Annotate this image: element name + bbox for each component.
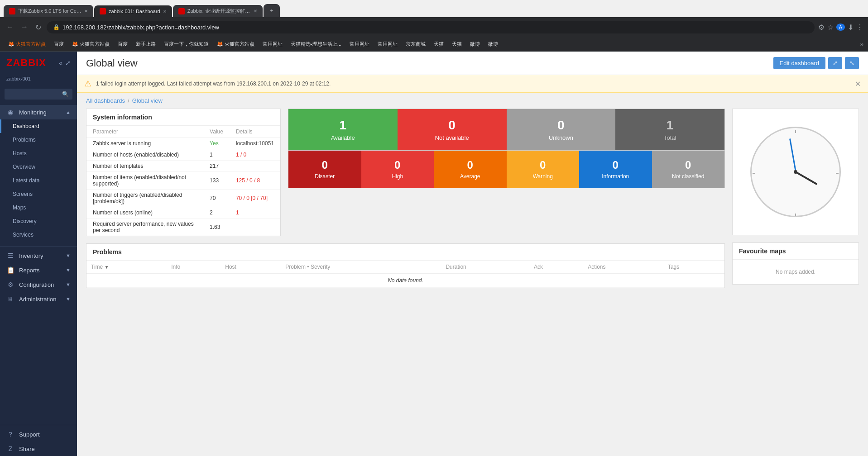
sidebar-divider-1 [0,246,77,247]
profile-icon[interactable]: A [836,24,845,31]
prob-high-label: High [364,173,432,180]
system-info-table: Parameter Value Details Zabbix server is… [86,126,280,236]
sidebar-item-services[interactable]: Services [0,228,77,242]
bookmark-7[interactable]: 🦊 火狐官方站点 [213,40,258,48]
browser-tab-1[interactable]: 下载Zabbix 5.0 LTS for Cent... ✕ [4,5,93,17]
sidebar-search-container: 🔍 [0,86,77,102]
host-unknown-count: 0 [557,118,565,133]
edit-dashboard-button[interactable]: Edit dashboard [773,57,825,69]
bookmark-11[interactable]: 常用网址 [374,40,401,48]
bookmark-5[interactable]: 新手上路 [132,40,159,48]
collapse-sidebar-button[interactable]: « [59,59,62,66]
sidebar-item-problems[interactable]: Problems [0,133,77,147]
bookmark-15[interactable]: 微博 [466,40,484,48]
back-button[interactable]: ← [5,21,15,33]
tab-close-1[interactable]: ✕ [84,9,88,14]
bookmark-6[interactable]: 百度一下，你就知道 [160,40,212,48]
more-bookmarks[interactable]: » [860,41,863,48]
sidebar-item-overview[interactable]: Overview [0,160,77,174]
sidebar-label-screens: Screens [13,191,33,197]
bookmark-1[interactable]: 🦊 火狐官方站点 [5,40,49,48]
bookmark-4[interactable]: 百度 [114,40,131,48]
sidebar-configuration[interactable]: ⚙ Configuration ▼ [0,277,77,292]
bookmark-9[interactable]: 天猫精选-理想生活上... [287,40,345,48]
sidebar-label-discovery: Discovery [13,218,37,224]
administration-expand-icon[interactable]: ▼ [66,296,71,302]
sidebar-reports[interactable]: 📋 Reports ▼ [0,263,77,277]
prob-col-duration: Duration [441,261,529,274]
sidebar-share[interactable]: Z Share [0,442,77,456]
sysinfo-value-cell: 1.63 [203,218,230,236]
clock-center-dot [794,170,797,174]
sidebar-item-latest-data[interactable]: Latest data [0,174,77,187]
problem-severity-grid: 0 Disaster 0 High 0 Average [288,151,725,188]
sidebar-item-dashboard[interactable]: Dashboard [0,119,77,133]
bookmark-12[interactable]: 京东商城 [402,40,429,48]
share-button-header[interactable]: ⤡ [845,57,859,69]
bookmark-10[interactable]: 常用网址 [346,40,373,48]
alert-close-button[interactable]: ✕ [855,80,861,88]
breadcrumb-parent-link[interactable]: All dashboards [86,97,125,104]
browser-tab-3[interactable]: Zabbix: 企业级开源监控解决... ✕ [173,5,263,17]
breadcrumb-separator: / [128,97,129,104]
sidebar-inventory[interactable]: ☰ Inventory ▼ [0,248,77,263]
table-row: Number of triggers (enabled/disabled [pr… [86,190,280,207]
sidebar-divider-2 [0,425,77,425]
kiosk-mode-button[interactable]: ⤢ [828,57,842,69]
prob-tile-disaster: 0 Disaster [288,151,361,188]
favourite-maps-no-data: No maps added. [733,260,858,284]
page-title: Global view [86,57,138,69]
address-text: 192.168.200.182/zabbix/zabbix.php?action… [62,24,219,31]
sysinfo-param-cell: Number of triggers (enabled/disabled [pr… [86,190,203,207]
sidebar-support[interactable]: ? Support [0,427,77,442]
clock-tick-6 [795,214,796,216]
support-icon: ? [6,431,14,438]
sidebar-item-screens[interactable]: Screens [0,187,77,201]
sidebar-item-maps[interactable]: Maps [0,201,77,214]
tab-close-3[interactable]: ✕ [254,9,257,14]
forward-button[interactable]: → [19,21,30,33]
bookmark-13[interactable]: 天猫 [430,40,447,48]
sidebar-monitoring-header[interactable]: ◉ Monitoring ▲ [0,105,77,119]
sidebar-label-maps: Maps [13,204,26,211]
bookmark-icon[interactable]: ☆ [827,23,834,32]
table-row: Number of templates217 [86,161,280,172]
bookmark-8[interactable]: 常用网址 [259,40,286,48]
header-actions: Edit dashboard ⤢ ⤡ [773,57,859,69]
bookmark-14[interactable]: 天猫 [448,40,465,48]
prob-col-ack: Ack [529,261,583,274]
bookmark-2[interactable]: 百度 [50,40,67,48]
address-bar[interactable]: 🔒 192.168.200.182/zabbix/zabbix.php?acti… [47,21,815,33]
menu-icon[interactable]: ⋮ [856,23,863,32]
sysinfo-details-cell: 125 / 0 / 8 [230,172,280,190]
sidebar-item-hosts[interactable]: Hosts [0,147,77,160]
sidebar-item-discovery[interactable]: Discovery [0,214,77,228]
configuration-expand-icon[interactable]: ▼ [66,282,71,287]
reload-button[interactable]: ↻ [34,21,43,33]
prob-disaster-label: Disaster [291,173,359,180]
tab-favicon-3 [178,8,185,14]
tab-close-2[interactable]: ✕ [163,9,167,14]
monitoring-collapse-icon[interactable]: ▲ [66,109,71,115]
bookmark-16[interactable]: 微博 [484,40,502,48]
monitoring-icon: ◉ [6,109,14,116]
bookmark-3[interactable]: 🦊 火狐官方站点 [68,40,113,48]
alert-message: 1 failed login attempt logged. Last fail… [96,81,850,87]
new-tab-button[interactable]: ＋ [264,4,280,17]
host-tile-available: 1 Available [288,109,398,150]
host-status-grid: 1 Available 0 Not available 0 Unknown [288,109,725,151]
sort-arrow-time: ▼ [105,265,109,270]
browser-tab-2[interactable]: zabbix-001: Dashboard ✕ [94,5,172,17]
download-icon[interactable]: ⬇ [848,23,854,32]
inventory-expand-icon[interactable]: ▼ [66,253,71,258]
sysinfo-value-cell: Yes [203,138,230,149]
host-status-block: 1 Available 0 Not available 0 Unknown [288,109,725,236]
sysinfo-param-cell: Number of items (enabled/disabled/not su… [86,172,203,190]
expand-icon[interactable]: ⤢ [65,59,71,66]
sidebar-label-problems: Problems [13,137,36,143]
breadcrumb-current: Global view [132,97,163,104]
reports-expand-icon[interactable]: ▼ [66,267,71,273]
extensions-icon[interactable]: ⚙ [818,23,825,32]
search-icon: 🔍 [62,91,69,97]
sidebar-administration[interactable]: 🖥 Administration ▼ [0,292,77,306]
